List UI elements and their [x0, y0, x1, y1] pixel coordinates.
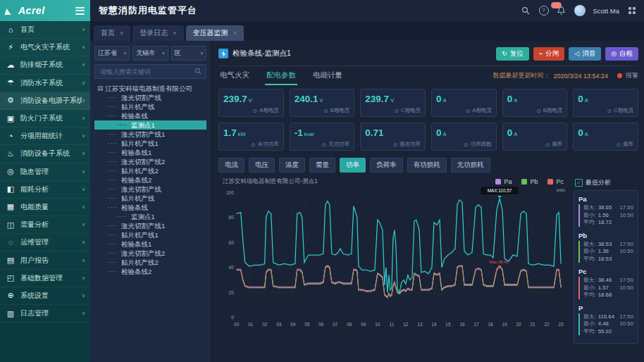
tree-node[interactable]: 检验条线1: [94, 148, 206, 157]
tree-node[interactable]: 检验条线2: [94, 175, 206, 185]
sidebar-item[interactable]: ◔ 分项用能统计 ∨: [0, 127, 90, 145]
tree-node-label: 检验条线: [121, 111, 148, 120]
help-icon[interactable]: ?: [539, 6, 549, 15]
chart-type-chip[interactable]: 负荷率: [370, 158, 403, 173]
chart-type-chip[interactable]: 功率: [340, 158, 366, 173]
reset-button[interactable]: ↻ 复位: [496, 47, 529, 61]
min-value: 1.56: [598, 212, 609, 220]
trip-button[interactable]: ⌁ 分闸: [533, 47, 564, 61]
sidebar-item[interactable]: ▤ 用户报告 ∨: [0, 251, 90, 269]
chart-type-chip[interactable]: 需量: [309, 158, 335, 173]
document-tab-label: 首页: [101, 28, 115, 38]
tree-node[interactable]: 检验条线1: [94, 239, 206, 249]
tree-node[interactable]: 检验条线2: [94, 267, 206, 276]
tree-node-label: 贴片机产线2: [121, 166, 159, 175]
sidebar-item[interactable]: ◰ 基础数据管理 ∨: [0, 270, 90, 287]
province-select[interactable]: 江苏省 ▾: [94, 46, 130, 61]
max-time: 17:50: [619, 313, 633, 321]
tree-node[interactable]: 贴片机产线: [94, 194, 206, 203]
avg-row: 平均: 55.92: [583, 328, 633, 336]
sidebar-item[interactable]: ▥ 日志管理 ∨: [0, 305, 90, 323]
sidebar-item[interactable]: ◌ 运维管理 ∨: [0, 234, 90, 251]
sidebar-item[interactable]: ☁ 防排烟子系统 ∨: [0, 56, 90, 74]
tree-node[interactable]: 激光切割产线1: [94, 221, 206, 230]
tree-node[interactable]: 贴片机产线2: [94, 166, 206, 175]
sidebar-item[interactable]: ⊕ 系统设置 ∨: [0, 287, 90, 305]
tree-node[interactable]: 激光切割产线2: [94, 157, 206, 166]
tree-node[interactable]: 监测点1: [94, 120, 206, 130]
tree-node[interactable]: 激光切割产线: [94, 93, 206, 102]
tree-node[interactable]: 检验条线: [94, 111, 206, 120]
document-tab[interactable]: 登录日志 ×: [132, 25, 183, 41]
chart-type-chip[interactable]: 电流: [218, 158, 244, 173]
parameter-tab[interactable]: 配电参数: [265, 66, 297, 85]
gauge-icon: ⊙: [545, 142, 550, 148]
search-icon[interactable]: [194, 68, 202, 75]
svg-text:40: 40: [229, 265, 235, 270]
sidebar-item[interactable]: ☂ 消防水子系统 ∨: [0, 75, 90, 92]
legend-item[interactable]: Pa: [495, 178, 512, 185]
tree-node[interactable]: 贴片机产线2: [94, 258, 206, 267]
metric-value: 0: [436, 127, 442, 138]
document-tab[interactable]: 首页 ×: [94, 25, 130, 41]
close-icon[interactable]: ×: [120, 30, 123, 37]
parameter-tab[interactable]: 电气火灾: [218, 66, 251, 85]
svg-text:05: 05: [304, 322, 310, 327]
sidebar-item[interactable]: ◎ 隐患管理 ∨: [0, 163, 90, 181]
sidebar-item[interactable]: ▦ 电能质量 ∨: [0, 199, 90, 216]
close-icon[interactable]: ×: [233, 30, 237, 37]
mute-button[interactable]: ◁ 消音: [569, 47, 601, 61]
metric-value: 0: [507, 94, 513, 104]
metric-value: 0: [507, 127, 513, 138]
tree-node[interactable]: 监测点1: [94, 212, 206, 221]
search-icon[interactable]: [521, 6, 531, 15]
sidebar-item[interactable]: ◫ 需量分析 ∨: [0, 216, 90, 234]
chart-type-chip[interactable]: 电压: [249, 158, 275, 173]
parameter-tab[interactable]: 电能计量: [311, 66, 344, 85]
extremes-group: Pb 最大: 38.53 17:50 最小: 1.36: [578, 232, 633, 263]
legend-item[interactable]: Pb: [521, 178, 538, 185]
city-select[interactable]: 无锡市 ▾: [132, 46, 168, 61]
sidebar-item[interactable]: ◧ 能耗分析 ∨: [0, 181, 90, 199]
document-tab[interactable]: 变压器监测 ×: [186, 25, 244, 41]
chart-type-chip[interactable]: 有功损耗: [407, 158, 447, 173]
tree-node[interactable]: 检验条线: [94, 203, 206, 212]
metric-card: 0A ⊙C相电流: [573, 89, 638, 117]
district-select[interactable]: 区 ▾: [171, 46, 206, 61]
close-icon[interactable]: ×: [173, 30, 176, 37]
tree-search-input[interactable]: [99, 68, 194, 76]
tree-node[interactable]: 贴片机产线1: [94, 139, 206, 148]
tree-node[interactable]: 激光切割产线2: [94, 249, 206, 258]
metric-unit: A: [443, 131, 447, 137]
home-icon: ⌂: [5, 25, 16, 34]
gauge-icon: ⊙: [324, 108, 328, 114]
tree-node[interactable]: 贴片机产线: [94, 102, 206, 111]
metric-unit: A: [443, 97, 447, 104]
chart-type-chip[interactable]: 温度: [279, 158, 305, 173]
sidebar-item[interactable]: ▣ 防火门子系统 ∨: [0, 110, 90, 127]
svg-text:04: 04: [290, 322, 296, 327]
sidebar-item[interactable]: ⚡ 电气火灾子系统 ∨: [0, 39, 90, 56]
tree-node[interactable]: 激光切割产线1: [94, 130, 206, 139]
legend-item[interactable]: Pc: [547, 178, 564, 185]
apps-grid-icon[interactable]: [627, 6, 637, 15]
notification-bell-icon[interactable]: [557, 6, 566, 15]
legend-label: Pb: [530, 178, 538, 185]
self-check-button[interactable]: ◎ 自检: [605, 47, 638, 61]
max-row: 最大: 38.65 17:50: [583, 204, 633, 212]
tree-node-label: 检验条线: [121, 203, 148, 212]
sidebar-item[interactable]: ♨ 消防设备子系统 ∨: [0, 145, 90, 163]
legend-swatch: [547, 179, 553, 185]
tree-node[interactable]: 激光切割产线: [94, 185, 206, 194]
extremes-checkbox[interactable]: ✓ 最值分析: [575, 178, 638, 187]
svg-text:(kW): (kW): [557, 188, 565, 192]
sidebar-collapse-icon[interactable]: [75, 7, 85, 15]
user-name[interactable]: Scott Ma: [593, 7, 620, 15]
chart-type-chip[interactable]: 无功损耗: [451, 158, 490, 173]
sidebar-item[interactable]: ⌂ 首页 ∨: [0, 21, 90, 39]
chart-type-chips: 电流 电压 温度 需量 功率 负荷率 有功损耗 无功损耗: [218, 158, 638, 173]
tree-node[interactable]: 贴片机产线1: [94, 230, 206, 239]
tree-node[interactable]: ▤ 江苏安科瑞电器制造有限公司: [94, 84, 206, 93]
sidebar-item[interactable]: ⚙ 消防设备电源子系统 ∨: [0, 92, 90, 110]
avatar[interactable]: [574, 5, 586, 16]
